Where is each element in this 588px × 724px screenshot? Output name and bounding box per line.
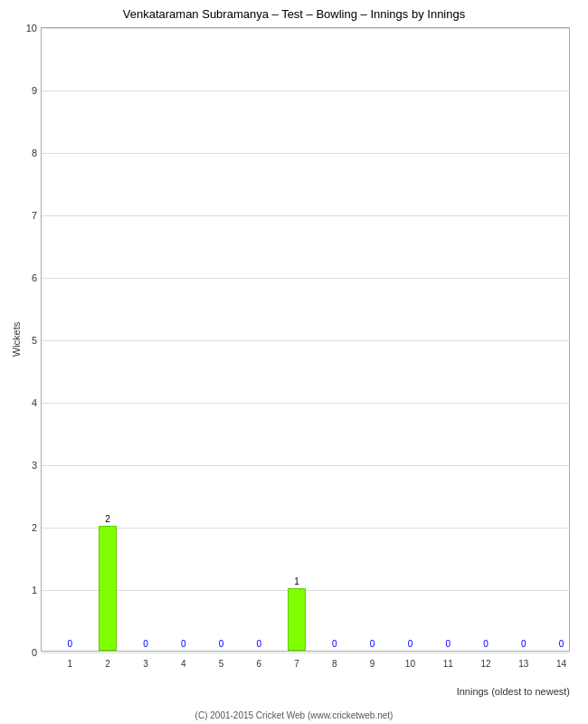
y-label-3: 3 xyxy=(32,460,37,471)
zero-label-13: 0 xyxy=(521,639,526,649)
x-tick-1: 1 xyxy=(68,659,73,669)
bar-top-label-2: 2 xyxy=(105,514,110,524)
zero-label-4: 0 xyxy=(181,639,186,649)
zero-label-5: 0 xyxy=(219,639,224,649)
zero-label-12: 0 xyxy=(483,639,488,649)
footer: (C) 2001-2015 Cricket Web (www.cricketwe… xyxy=(0,710,588,720)
x-tick-14: 14 xyxy=(556,659,566,669)
zero-label-8: 0 xyxy=(332,639,337,649)
zero-label-10: 0 xyxy=(408,639,413,649)
bar-top-label-7: 1 xyxy=(294,576,299,586)
x-tick-9: 9 xyxy=(370,659,375,669)
zero-label-11: 0 xyxy=(445,639,450,649)
grid-line-2 xyxy=(42,528,569,529)
zero-label-9: 0 xyxy=(370,639,375,649)
y-label-8: 8 xyxy=(32,148,37,158)
x-tick-10: 10 xyxy=(405,659,415,669)
y-axis-title: Wickets xyxy=(11,322,22,357)
x-tick-8: 8 xyxy=(332,659,337,669)
zero-label-1: 0 xyxy=(68,639,73,649)
grid-line-5 xyxy=(42,340,569,341)
chart-area: 0123456789101022304050607180901001101201… xyxy=(41,27,570,652)
x-tick-2: 2 xyxy=(105,659,110,669)
y-label-4: 4 xyxy=(32,397,37,408)
chart-title: Venkataraman Subramanya – Test – Bowling… xyxy=(0,0,588,24)
y-label-5: 5 xyxy=(32,335,37,346)
grid-line-4 xyxy=(42,403,569,404)
x-tick-13: 13 xyxy=(518,659,528,669)
grid-line-8 xyxy=(42,153,569,154)
x-tick-3: 3 xyxy=(143,659,148,669)
x-tick-7: 7 xyxy=(294,659,299,669)
y-label-2: 2 xyxy=(32,522,37,533)
zero-label-6: 0 xyxy=(256,639,261,649)
grid-line-7 xyxy=(42,215,569,216)
y-label-9: 9 xyxy=(32,85,37,96)
x-tick-11: 11 xyxy=(443,659,453,669)
y-label-7: 7 xyxy=(32,210,37,221)
bar-innings-7 xyxy=(288,588,306,651)
x-tick-5: 5 xyxy=(219,659,224,669)
chart-container: Venkataraman Subramanya – Test – Bowling… xyxy=(0,0,588,724)
grid-line-10 xyxy=(42,28,569,29)
grid-line-6 xyxy=(42,278,569,279)
bar-innings-2 xyxy=(99,526,117,651)
y-label-0: 0 xyxy=(32,647,37,658)
x-axis-title: Innings (oldest to newest) xyxy=(41,686,570,697)
grid-line-0 xyxy=(42,653,569,653)
x-tick-4: 4 xyxy=(181,659,186,669)
y-label-6: 6 xyxy=(32,272,37,283)
y-label-10: 10 xyxy=(26,23,37,33)
zero-label-14: 0 xyxy=(559,639,564,649)
x-tick-6: 6 xyxy=(256,659,261,669)
grid-line-3 xyxy=(42,465,569,466)
grid-line-9 xyxy=(42,90,569,91)
zero-label-3: 0 xyxy=(143,639,148,649)
x-tick-12: 12 xyxy=(480,659,490,669)
y-label-1: 1 xyxy=(32,585,37,595)
